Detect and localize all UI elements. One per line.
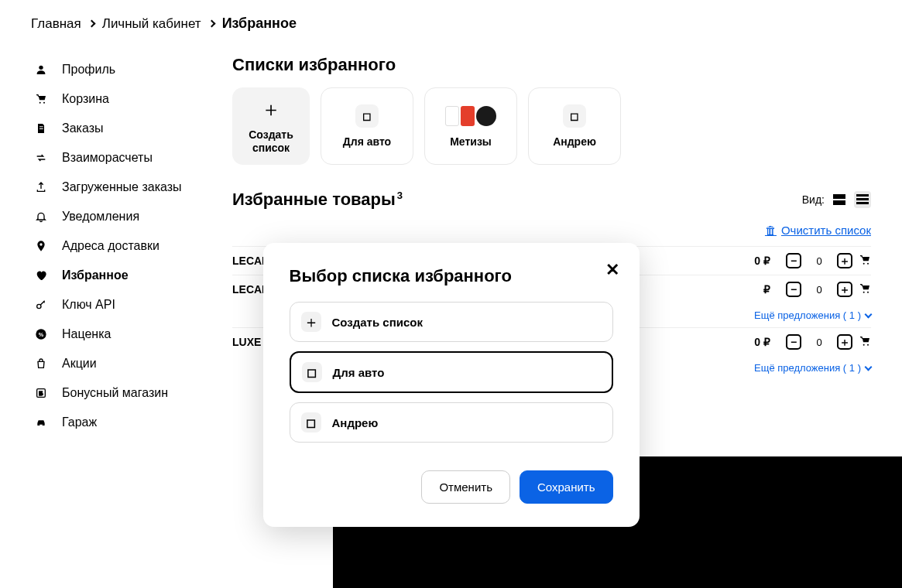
sidebar-item-label: Загруженные заказы [62, 180, 182, 194]
svg-point-5 [39, 243, 42, 245]
pin-icon [34, 239, 48, 253]
sidebar-item-upload[interactable]: Загруженные заказы [31, 173, 209, 202]
sidebar-item-label: Бонусный магазин [62, 386, 168, 400]
sidebar-item-swap[interactable]: Взаиморасчеты [31, 143, 209, 173]
qty-minus-button[interactable]: − [786, 282, 801, 297]
svg-point-0 [39, 66, 43, 70]
cart-icon[interactable] [859, 282, 871, 297]
sidebar-item-bell[interactable]: Уведомления [31, 202, 209, 231]
sidebar-item-key[interactable]: Ключ API [31, 290, 209, 320]
modal-list-option[interactable]: ◻ Андрею [290, 402, 613, 443]
sidebar-item-bag[interactable]: Акции [31, 349, 209, 378]
product-price: 0 ₽ [724, 255, 770, 267]
qty-plus-button[interactable]: ＋ [837, 334, 852, 350]
more-offers-label: Ещё предложения ( 1 ) [754, 309, 861, 321]
car-icon [34, 415, 48, 429]
sidebar-item-label: Избранное [62, 268, 129, 282]
box-icon: ◻ [302, 362, 322, 382]
svg-point-11 [38, 424, 39, 426]
cart-icon[interactable] [859, 335, 871, 350]
qty-plus-button[interactable]: ＋ [837, 282, 852, 297]
product-price: 0 ₽ [724, 336, 770, 348]
box-icon: ◻ [355, 104, 379, 128]
svg-point-13 [863, 262, 865, 264]
sidebar-item-doc[interactable]: Заказы [31, 114, 209, 143]
sidebar-item-label: Профиль [62, 63, 115, 77]
modal-list-option[interactable]: ◻ Для авто [290, 351, 613, 393]
sidebar: ПрофильКорзинаЗаказыВзаиморасчетыЗагруже… [31, 55, 209, 437]
modal-list: ＋ Создать список ◻ Для авто ◻ Андрею [290, 302, 613, 443]
sidebar-item-label: Наценка [62, 327, 111, 341]
sidebar-item-label: Адреса доставки [62, 239, 159, 253]
breadcrumb-account[interactable]: Личный кабинет [102, 16, 201, 32]
sidebar-item-label: Заказы [62, 121, 103, 135]
view-toggle: Вид: [802, 191, 871, 208]
favlist-card[interactable]: Метизы [424, 87, 517, 165]
sidebar-item-label: Акции [62, 357, 97, 371]
modal-create-option[interactable]: ＋ Создать список [290, 302, 613, 342]
sidebar-item-label: Взаиморасчеты [62, 151, 153, 165]
percent-icon: % [34, 327, 48, 341]
sidebar-item-percent[interactable]: %Наценка [31, 320, 209, 349]
plus-icon: ＋ [301, 312, 321, 332]
svg-point-15 [863, 291, 865, 292]
sidebar-item-label: Гараж [62, 415, 97, 429]
svg-point-6 [37, 304, 41, 308]
cancel-button[interactable]: Отменить [421, 470, 510, 504]
box-icon: ◻ [301, 412, 321, 432]
favlists-title: Списки избранного [232, 55, 871, 75]
cart-icon[interactable] [859, 254, 871, 268]
chevron-down-icon [865, 363, 873, 371]
sidebar-item-heart[interactable]: Избранное [31, 261, 209, 290]
modal-actions: Отменить Сохранить [290, 470, 613, 504]
svg-point-12 [43, 424, 44, 426]
favlist-card[interactable]: ◻ Андрею [528, 87, 621, 165]
sidebar-item-label: Уведомления [62, 210, 139, 224]
svg-rect-4 [39, 128, 43, 129]
sidebar-item-pin[interactable]: Адреса доставки [31, 231, 209, 261]
favlists: ＋ Создать список ◻ Для авто Метизы ◻ Анд… [232, 87, 871, 165]
svg-point-17 [863, 344, 865, 345]
metiz-thumbnail-icon [448, 104, 494, 128]
favlist-name: Для авто [343, 135, 391, 148]
close-button[interactable]: ✕ [605, 262, 619, 279]
clear-list-label: Очистить список [781, 224, 871, 237]
list-icon [856, 194, 869, 205]
svg-point-16 [867, 291, 869, 292]
sidebar-item-bonus[interactable]: ББонусный магазин [31, 378, 209, 408]
breadcrumb: Главная Личный кабинет Избранное [31, 15, 871, 32]
chevron-down-icon [865, 310, 873, 318]
chevron-right-icon [207, 20, 215, 28]
view-list-button[interactable] [854, 191, 871, 208]
favlist-card[interactable]: ◻ Для авто [321, 87, 413, 165]
view-label: Вид: [802, 193, 825, 206]
upload-icon [34, 180, 48, 194]
products-title: Избранные товары3 [232, 190, 403, 210]
create-list-card[interactable]: ＋ Создать список [232, 87, 310, 165]
sidebar-item-car[interactable]: Гараж [31, 408, 209, 437]
breadcrumb-current: Избранное [222, 15, 297, 32]
view-grid-button[interactable] [831, 191, 848, 208]
box-icon: ◻ [563, 104, 586, 128]
save-button[interactable]: Сохранить [520, 470, 613, 504]
sidebar-item-person[interactable]: Профиль [31, 55, 209, 84]
qty-plus-button[interactable]: ＋ [837, 253, 852, 268]
qty-minus-button[interactable]: − [786, 253, 801, 268]
plus-icon: ＋ [259, 97, 283, 121]
qty-stepper: − 0 ＋ [786, 253, 852, 268]
create-list-label: Создать список [232, 128, 310, 155]
bag-icon [34, 357, 48, 371]
sidebar-item-label: Корзина [62, 92, 109, 106]
qty-minus-button[interactable]: − [786, 334, 801, 350]
qty-stepper: − 0 ＋ [786, 282, 852, 297]
modal-title: Выбор списка избранного [290, 266, 613, 286]
breadcrumb-home[interactable]: Главная [31, 16, 81, 32]
modal-create-label: Создать список [332, 316, 424, 329]
bell-icon [34, 210, 48, 224]
svg-point-18 [867, 344, 869, 345]
sidebar-item-cart[interactable]: Корзина [31, 84, 209, 114]
modal-option-label: Для авто [333, 366, 385, 379]
qty-value: 0 [804, 284, 834, 296]
favlist-modal: ✕ Выбор списка избранного ＋ Создать спис… [263, 243, 640, 527]
clear-list-link[interactable]: 🗑 Очистить список [765, 224, 871, 237]
